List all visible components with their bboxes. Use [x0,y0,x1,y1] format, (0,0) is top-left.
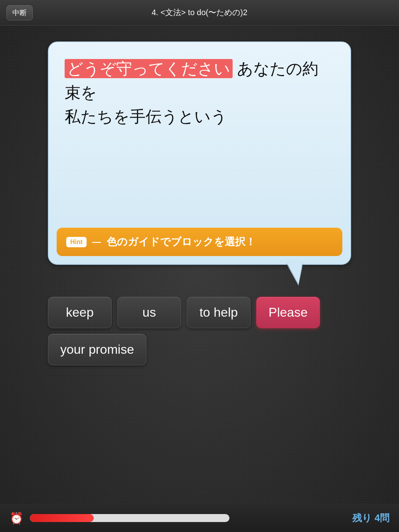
bubble-line2: 私たちを手伝うという [65,108,227,125]
progress-bar-background [30,514,229,522]
interrupt-button[interactable]: 中断 [6,5,33,20]
hint-text: 色のガイドでブロックを選択！ [107,235,256,249]
word-button-keep[interactable]: keep [48,297,112,328]
word-button-to-help[interactable]: to help [187,297,251,328]
page-title: 4. <文法> to do(〜ための)2 [152,7,247,18]
hint-label: Hint [66,237,87,247]
highlighted-word: どうぞ守ってください [65,59,233,78]
main-content: どうぞ守ってください あなたの約束を 私たちを手伝うという Hint — 色のガ… [0,26,399,365]
word-button-please[interactable]: Please [256,297,320,328]
timer-icon: ⏰ [10,512,24,525]
bottom-bar: ⏰ 残り 4問 [0,504,399,532]
word-button-us[interactable]: us [117,297,181,328]
progress-bar-fill [30,514,94,522]
top-bar: 中断 4. <文法> to do(〜ための)2 [0,0,399,26]
word-button-your-promise[interactable]: your promise [48,334,146,365]
hint-box: Hint — 色のガイドでブロックを選択！ [57,228,342,256]
hint-arrow: — [92,237,101,247]
japanese-text: どうぞ守ってください あなたの約束を 私たちを手伝うという [65,57,334,128]
speech-bubble-wrapper: どうぞ守ってください あなたの約束を 私たちを手伝うという Hint — 色のガ… [48,41,351,265]
speech-bubble: どうぞ守ってください あなたの約束を 私たちを手伝うという Hint — 色のガ… [48,41,351,265]
remaining-questions: 残り 4問 [352,512,389,524]
word-buttons-area: keepusto helpPleaseyour promise [48,297,351,365]
